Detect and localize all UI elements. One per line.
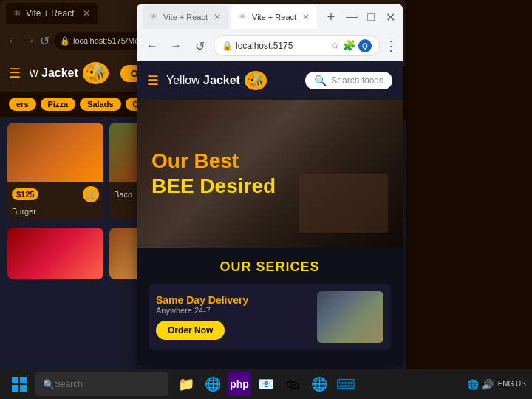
delivery-name: Same Day Delivery [156, 294, 310, 306]
volume-icon: 🔊 [482, 379, 494, 390]
tab-1-label: Vite + React [163, 13, 208, 21]
maximize-button[interactable]: □ [364, 10, 378, 24]
taskbar-icon-edge[interactable]: 🌐 [201, 372, 225, 396]
order-now-button[interactable]: Order Now [156, 321, 225, 340]
hero-section: Our Best BEE Desired [137, 100, 403, 248]
windows-logo [12, 377, 27, 392]
menu-icon-back[interactable]: ☰ [9, 65, 21, 81]
close-button[interactable]: ✕ [383, 10, 397, 24]
back-logo: w Jacket 🐝 [30, 62, 109, 84]
food-name-1: Burger [7, 207, 103, 219]
extension-icon[interactable]: 🧩 [343, 39, 355, 52]
cat-btn-pizza[interactable]: Pizza [41, 98, 76, 111]
nav-forward-btn[interactable]: → [24, 34, 35, 47]
url-text: localhost:5175 [236, 41, 293, 51]
taskbar-icon-store[interactable]: 🛍 [281, 372, 304, 396]
browser-window-front: ⚛ Vite + React ✕ ⚛ Vite + React ✕ + — □ … [137, 4, 403, 366]
system-tray: 🌐 🔊 [467, 379, 494, 390]
profile-icon[interactable]: Q [358, 39, 372, 52]
delivery-bg [317, 291, 383, 343]
hero-line2: BEE Desired [151, 174, 276, 199]
logo-text-normal: Yellow Jacket [166, 74, 240, 87]
back-logo-text: w Jacket [30, 66, 78, 80]
food-card-1: $125 🛒 Burger [7, 123, 103, 219]
logo-text-bold: Jacket [203, 74, 240, 86]
lock-icon: 🔒 [222, 41, 233, 51]
hero-table-decor [299, 174, 388, 233]
tab-close-icon[interactable]: ✕ [83, 8, 90, 18]
cat-btn-salads[interactable]: Salads [80, 98, 120, 111]
star-icon[interactable]: ☆ [330, 39, 340, 52]
search-placeholder: Search foods [331, 75, 383, 86]
site-navbar: ☰ Yellow Jacket 🐝 🔍 Search foods [137, 61, 403, 100]
food-name-2: Baco [114, 190, 132, 199]
nav-back-btn[interactable]: ← [7, 34, 19, 47]
refresh-button[interactable]: ↺ [190, 36, 209, 55]
delivery-card: Same Day Delivery Anywhere 24-7 Order No… [149, 284, 391, 350]
hamburger-icon[interactable]: ☰ [147, 72, 159, 89]
tab-back-1[interactable]: ⚛ Vite + React ✕ [6, 3, 98, 24]
taskbar-icons: 📁 🌐 php 📧 🛍 🌐 ⌨ [174, 372, 358, 396]
hero-text: Our Best BEE Desired [137, 134, 290, 213]
network-icon: 🌐 [467, 379, 479, 390]
cat-btn-burgers[interactable]: ers [9, 98, 36, 111]
add-to-cart-1[interactable]: 🛒 [83, 186, 99, 202]
back-bee-icon: 🐝 [83, 62, 109, 84]
food-price-1: $125 [12, 188, 38, 200]
tab-label: Vite + React [26, 8, 74, 18]
food-card-pizza [7, 228, 103, 279]
search-icon: 🔍 [314, 75, 327, 86]
taskbar-search[interactable]: 🔍 [35, 372, 168, 396]
logo-bee-icon: 🐝 [245, 71, 267, 90]
delivery-sub: Anywhere 24-7 [156, 306, 310, 315]
tab-1-close[interactable]: ✕ [214, 12, 221, 22]
services-title: OUR SERICES [149, 259, 391, 275]
taskbar-icon-explorer[interactable]: 📁 [174, 372, 198, 396]
back-button[interactable]: ← [143, 36, 162, 55]
hero-bee-prefix: BEE [151, 174, 200, 197]
search-bar[interactable]: 🔍 Search foods [305, 72, 392, 89]
tab-2-favicon: ⚛ [239, 12, 249, 22]
tab-favicon: ⚛ [13, 8, 21, 18]
taskbar-icon-vscode[interactable]: ⌨ [334, 372, 358, 396]
hero-desired-text: Desired [200, 174, 276, 197]
taskbar-right: 🌐 🔊 ENG US [467, 379, 526, 390]
delivery-image [317, 291, 383, 343]
tab-front-2[interactable]: ⚛ Vite + React ✕ [231, 5, 317, 29]
tab-2-label: Vite + React [252, 13, 296, 21]
taskbar: 🔍 📁 🌐 php 📧 🛍 🌐 ⌨ 🌐 🔊 ENG US [0, 369, 532, 399]
taskbar-icon-outlook[interactable]: 📧 [254, 372, 278, 396]
services-section: OUR SERICES Same Day Delivery Anywhere 2… [137, 248, 403, 366]
taskbar-search-icon: 🔍 [43, 379, 55, 390]
taskbar-search-input[interactable] [55, 379, 161, 389]
nav-refresh-btn[interactable]: ↺ [40, 34, 50, 48]
tab-2-close[interactable]: ✕ [302, 12, 310, 22]
minimize-button[interactable]: — [345, 10, 358, 24]
address-input[interactable]: 🔒 localhost:5175 ☆ 🧩 Q [214, 35, 380, 56]
language-indicator: ENG US [498, 380, 526, 389]
start-button[interactable] [6, 371, 33, 398]
titlebar-front: ⚛ Vite + React ✕ ⚛ Vite + React ✕ + — □ … [137, 4, 403, 30]
address-bar-row: ← → ↺ 🔒 localhost:5175 ☆ 🧩 Q ⋮ [137, 30, 403, 61]
new-tab-button[interactable]: + [320, 5, 342, 29]
forward-button[interactable]: → [166, 36, 185, 55]
tab-1-favicon: ⚛ [150, 12, 160, 22]
tab-front-1[interactable]: ⚛ Vite + React ✕ [143, 5, 228, 29]
taskbar-icon-php[interactable]: php [228, 372, 251, 396]
browser-menu-button[interactable]: ⋮ [384, 38, 397, 54]
site-logo: Yellow Jacket 🐝 [166, 71, 267, 90]
site-content: ☰ Yellow Jacket 🐝 🔍 Search foods Our Bes… [137, 61, 403, 366]
lock-icon: 🔒 [60, 36, 70, 46]
hero-line1: Our Best [151, 149, 276, 174]
taskbar-icon-chrome[interactable]: 🌐 [307, 372, 331, 396]
delivery-info: Same Day Delivery Anywhere 24-7 Order No… [156, 294, 310, 340]
